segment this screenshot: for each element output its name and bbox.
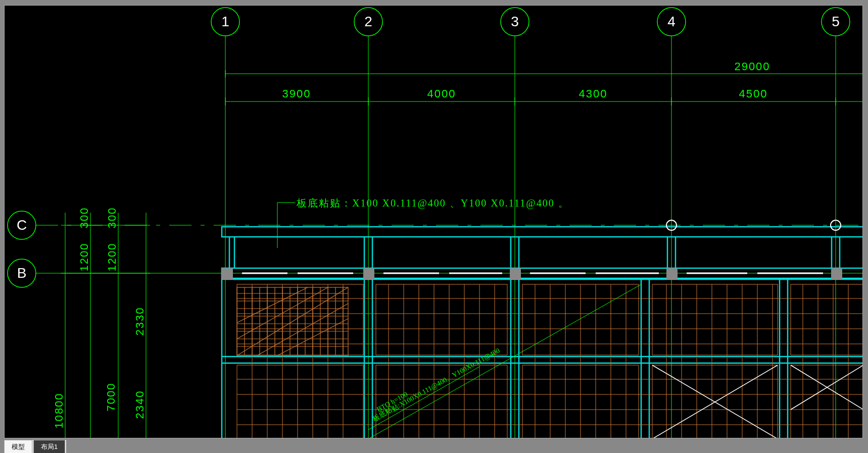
- svg-text:1200: 1200: [78, 243, 90, 272]
- rebar-grids: [237, 284, 863, 438]
- svg-line-93: [368, 367, 479, 430]
- svg-text:板底粘贴：X100  X0.111@400    、Y100: 板底粘贴：X100 X0.111@400 、Y100 X0.111@400 。: [296, 197, 569, 209]
- svg-text:29000: 29000: [734, 60, 770, 73]
- grid-col-extensions: [225, 104, 836, 438]
- svg-rect-85: [791, 284, 863, 355]
- grid-col-1: 1: [221, 14, 229, 29]
- svg-rect-73: [363, 268, 374, 279]
- svg-rect-75: [666, 268, 678, 279]
- grid-col-4: 4: [667, 14, 676, 29]
- dim-spans: 3900 4000 4300 4500: [225, 87, 863, 106]
- svg-rect-78: [237, 365, 363, 438]
- svg-line-92: [368, 284, 641, 438]
- svg-text:4000: 4000: [427, 87, 456, 100]
- cad-drawing-canvas[interactable]: 1 2 3 4 5 29000 3900 4000 4300 4500: [4, 5, 863, 438]
- dims-vertical-left: 300 300 1200 1200 2330 2340 7000 10800: [53, 207, 150, 438]
- svg-rect-83: [652, 284, 778, 355]
- svg-rect-49: [222, 227, 863, 237]
- svg-text:2330: 2330: [133, 307, 146, 336]
- tab-model[interactable]: 模型: [4, 440, 32, 454]
- svg-rect-77: [237, 284, 363, 355]
- svg-rect-79: [376, 284, 507, 355]
- grid-col-5: 5: [832, 14, 840, 29]
- svg-rect-76: [831, 268, 842, 279]
- tab-layout1[interactable]: 布局1: [33, 440, 65, 454]
- grid-row-b: B: [17, 265, 27, 281]
- grid-rows: C B: [8, 211, 863, 287]
- svg-rect-74: [510, 268, 521, 279]
- structure-cyan: [222, 227, 863, 438]
- svg-text:1200: 1200: [106, 243, 118, 272]
- svg-rect-86: [791, 365, 863, 438]
- annotation-top: 板底粘贴：X100 X0.111@400 、Y100 X0.111@400 。: [277, 197, 569, 248]
- svg-text:4500: 4500: [739, 87, 768, 100]
- grid-col-2: 2: [364, 14, 372, 29]
- annotation-diagonal: BTQ h=100 板底粘贴:X100X0.111@400、Y100X0.111…: [368, 284, 641, 438]
- svg-rect-61: [222, 279, 863, 438]
- svg-text:板底粘贴:X100X0.111@400、Y100X0.111: 板底粘贴:X100X0.111@400、Y100X0.111@400: [371, 346, 501, 423]
- svg-text:2340: 2340: [133, 390, 146, 419]
- dim-total-top: 29000: [225, 60, 863, 77]
- svg-text:300: 300: [78, 207, 90, 229]
- svg-text:7000: 7000: [105, 383, 117, 412]
- svg-text:10800: 10800: [53, 392, 65, 428]
- layout-tabs: 模型 布局1: [4, 440, 66, 453]
- grid-row-c: C: [17, 217, 27, 233]
- svg-text:4300: 4300: [579, 87, 608, 100]
- svg-text:300: 300: [106, 207, 118, 229]
- svg-rect-72: [222, 268, 233, 279]
- grid-col-3: 3: [511, 14, 519, 29]
- svg-text:3900: 3900: [282, 87, 311, 100]
